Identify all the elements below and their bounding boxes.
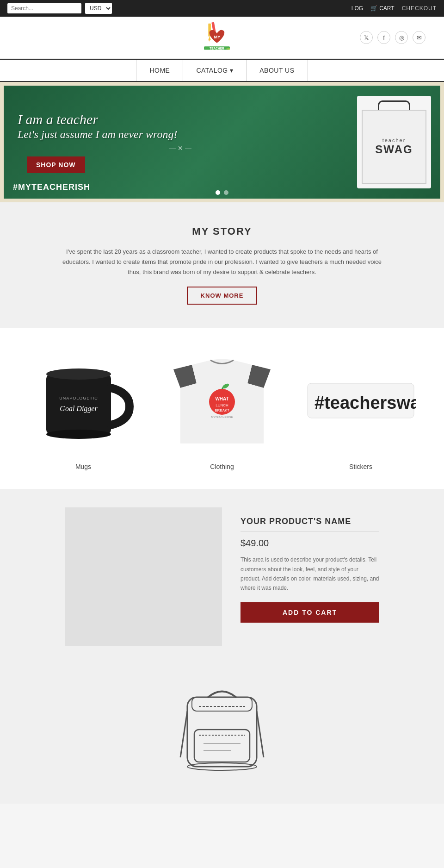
svg-text:UNAPOLOGETIC: UNAPOLOGETIC	[59, 396, 98, 400]
nav-catalog[interactable]: CATALOG ▾	[183, 60, 247, 81]
catalog-label: CATALOG	[196, 67, 228, 74]
svg-rect-27	[192, 697, 252, 711]
product-details: YOUR PRODUCT'S NAME $49.00 This area is …	[240, 507, 379, 623]
mug-image: UNAPOLOGETIC Goal Digger	[23, 346, 143, 457]
sticker-svg: #teacherswag	[305, 374, 416, 430]
svg-line-33	[180, 711, 187, 757]
svg-text:MY: MY	[214, 35, 221, 39]
svg-text:LUNCH: LUNCH	[216, 403, 228, 407]
know-more-button[interactable]: KNOW MORE	[187, 287, 258, 305]
svg-line-34	[257, 711, 264, 757]
category-clothing[interactable]: WHAT LUNCH BREAK? MYTEACHERISH Clothing	[157, 346, 287, 470]
svg-rect-9	[46, 374, 111, 434]
hero-hashtag: #MYTEACHERISH	[13, 182, 90, 192]
hero-quote-line2: Let's just assume I am never wrong!	[18, 128, 343, 141]
currency-select[interactable]: USD EUR GBP	[85, 3, 112, 14]
cart-link[interactable]: 🛒 CART	[370, 5, 394, 12]
svg-rect-25	[187, 697, 257, 767]
logo-svg: MY TEACHER ish	[198, 21, 235, 54]
svg-text:MYTEACHERISH: MYTEACHERISH	[211, 416, 233, 418]
hero-dot-1[interactable]	[216, 190, 220, 195]
story-text: I've spent the last 20 years as a classr…	[60, 247, 384, 277]
hero-dot-2[interactable]	[224, 190, 228, 195]
category-mugs[interactable]: UNAPOLOGETIC Goal Digger Mugs	[18, 346, 148, 470]
svg-point-10	[46, 368, 111, 380]
svg-rect-26	[194, 730, 250, 762]
bag-handle	[378, 100, 410, 110]
svg-point-13	[46, 430, 111, 439]
svg-marker-2	[208, 40, 210, 42]
bag-text-large: SWAG	[375, 143, 413, 156]
clothing-label: Clothing	[210, 463, 234, 470]
email-icon[interactable]: ✉	[413, 31, 426, 44]
hero-content: I am a teacher Let's just assume I am ne…	[4, 102, 357, 183]
svg-text:#teacherswag: #teacherswag	[314, 393, 416, 412]
top-bar: USD EUR GBP LOG 🛒 CART CHECKOUT	[0, 0, 444, 17]
search-input[interactable]	[7, 3, 81, 13]
instagram-icon[interactable]: ◎	[395, 31, 408, 44]
cart-label: CART	[379, 5, 394, 12]
svg-rect-24	[74, 517, 213, 637]
product-name: YOUR PRODUCT'S NAME	[240, 517, 379, 531]
mug-svg: UNAPOLOGETIC Goal Digger	[32, 356, 134, 448]
nav-bar: HOME CATALOG ▾ ABOUT US	[0, 59, 444, 82]
cart-icon: 🛒	[370, 5, 377, 12]
svg-text:ish: ish	[227, 47, 230, 50]
shop-now-button[interactable]: SHOP NOW	[27, 156, 85, 173]
story-section: MY STORY I've spent the last 20 years as…	[0, 202, 444, 328]
sticker-image: #teacherswag	[301, 346, 421, 457]
product-price: $49.00	[240, 538, 379, 549]
placeholder-svg	[74, 517, 213, 637]
hero-bag: teacher SWAG	[357, 96, 431, 188]
svg-text:Goal Digger: Goal Digger	[60, 405, 98, 413]
svg-marker-1	[208, 37, 211, 40]
logo-graphic: MY TEACHER ish	[198, 21, 235, 54]
twitter-icon[interactable]: 𝕏	[360, 31, 373, 44]
hero-banner: I am a teacher Let's just assume I am ne…	[0, 82, 444, 202]
hero-dots	[216, 190, 228, 195]
category-stickers[interactable]: #teacherswag Stickers	[296, 346, 426, 470]
product-image-placeholder	[65, 507, 222, 646]
featured-product-section: YOUR PRODUCT'S NAME $49.00 This area is …	[0, 489, 444, 665]
top-bar-left: USD EUR GBP	[7, 3, 112, 14]
hero-quote: I am a teacher Let's just assume I am ne…	[18, 111, 343, 141]
facebook-icon[interactable]: f	[377, 31, 390, 44]
product-description: This area is used to describe your produ…	[240, 555, 379, 593]
nav-about-us[interactable]: ABOUT US	[247, 60, 308, 81]
hero-divider: — ✕ —	[18, 144, 343, 152]
site-logo[interactable]: MY TEACHER ish	[198, 21, 235, 54]
log-link[interactable]: LOG	[352, 5, 363, 12]
backpack-svg	[176, 683, 268, 785]
svg-text:TEACHER: TEACHER	[210, 47, 224, 50]
story-title: MY STORY	[37, 225, 407, 237]
clothing-image: WHAT LUNCH BREAK? MYTEACHERISH	[162, 346, 282, 457]
mugs-label: Mugs	[75, 463, 91, 470]
add-to-cart-button[interactable]: ADD TO CART	[240, 602, 379, 623]
backpack-section	[0, 665, 444, 804]
svg-text:BREAK?: BREAK?	[215, 408, 229, 412]
svg-text:WHAT: WHAT	[215, 396, 228, 401]
social-links: 𝕏 f ◎ ✉	[360, 31, 426, 44]
checkout-button[interactable]: CHECKOUT	[402, 5, 437, 12]
clothing-svg: WHAT LUNCH BREAK? MYTEACHERISH	[173, 356, 271, 448]
top-bar-right: LOG 🛒 CART CHECKOUT	[352, 5, 437, 12]
stickers-label: Stickers	[349, 463, 372, 470]
bag-text-small: teacher	[382, 137, 406, 143]
nav-home[interactable]: HOME	[136, 60, 183, 81]
products-section: UNAPOLOGETIC Goal Digger Mugs	[0, 328, 444, 489]
hero-quote-line1: I am a teacher	[18, 111, 343, 128]
bag-body: teacher SWAG	[362, 110, 426, 184]
catalog-arrow-icon: ▾	[230, 67, 234, 74]
header: MY TEACHER ish 𝕏 f ◎ ✉	[0, 17, 444, 59]
